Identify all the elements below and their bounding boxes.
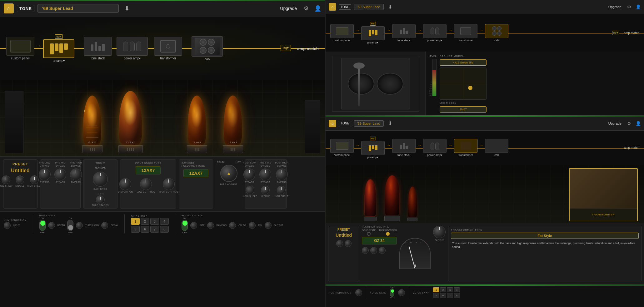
rb-noise-knob[interactable]	[398, 289, 405, 296]
post-low-shelf-knob[interactable]	[246, 186, 254, 194]
rb-settings-icon[interactable]: ⚙	[627, 121, 631, 126]
rb-save-icon[interactable]: ⬇	[388, 120, 392, 126]
post-high-shelf-knob[interactable]	[277, 186, 286, 194]
decay-knob[interactable]	[101, 222, 108, 229]
rt-eq-right[interactable]: eq▾	[612, 31, 619, 35]
rb-output-knob[interactable]	[433, 226, 446, 238]
post-high-knob[interactable]	[276, 169, 288, 180]
sc-item-power-amp[interactable]: power amp▾	[117, 37, 148, 60]
rb-input-knob[interactable]	[336, 240, 343, 247]
position-dot[interactable]	[468, 86, 472, 90]
rb-hum-knob[interactable]	[355, 289, 362, 296]
high-cut-freq-knob[interactable]	[163, 178, 175, 190]
save-icon[interactable]: ⬇	[124, 5, 130, 12]
sc-item-custom-panel[interactable]: custom panel	[6, 37, 34, 60]
rt-preset-name[interactable]: '69 Super Lead	[354, 4, 384, 10]
noise-gate-toggle-2[interactable]	[67, 220, 73, 231]
input-tube-value[interactable]: 12AX7	[136, 166, 161, 174]
mix-knob[interactable]	[249, 222, 256, 229]
rt-sc-transformer[interactable]: transformer	[454, 24, 477, 42]
pre-mid-knob[interactable]	[54, 169, 66, 180]
snap-6[interactable]: 6	[141, 226, 149, 233]
rt-sc-cab[interactable]: cab	[485, 24, 508, 42]
solid-state-option[interactable]: SOLID STATE	[362, 229, 376, 236]
rb-preset-name[interactable]: '69 Super Lead	[354, 120, 384, 127]
pre-low-knob[interactable]	[39, 169, 51, 180]
depth-knob[interactable]	[48, 222, 55, 229]
rb-ratio-knob[interactable]	[345, 240, 352, 247]
rb-home-icon[interactable]: ⌂	[329, 120, 336, 127]
rb-sc-cab[interactable]: cab	[485, 139, 508, 157]
distortion-knob[interactable]	[119, 178, 131, 190]
tube-stages-knob[interactable]	[96, 195, 105, 204]
snap-4[interactable]: 4	[160, 218, 169, 225]
rb-snap-4[interactable]: 4	[454, 287, 460, 292]
snap-2[interactable]: 2	[141, 218, 149, 225]
rb-noise-toggle[interactable]	[390, 289, 394, 297]
rt-amp-match[interactable]: amp match	[624, 31, 639, 35]
snap-7[interactable]: 7	[150, 226, 159, 233]
rb-sc-transformer[interactable]: transformer	[454, 139, 477, 157]
rt-sc-power-amp[interactable]: power amp▾	[423, 24, 447, 42]
sc-item-cab[interactable]: cab	[192, 36, 223, 61]
damping-knob[interactable]	[207, 222, 214, 229]
rt-settings-icon[interactable]: ⚙	[627, 4, 631, 9]
snap-3[interactable]: 3	[150, 218, 159, 225]
high-shelf-knob[interactable]	[30, 175, 39, 184]
cathode-tube-value[interactable]: 12AX7	[183, 169, 208, 177]
rb-upgrade[interactable]: Upgrade	[608, 122, 622, 125]
rb-user-icon[interactable]: 👤	[636, 121, 641, 126]
rb-snap-2[interactable]: 2	[440, 287, 446, 292]
color-knob[interactable]	[229, 222, 236, 229]
size-knob[interactable]	[190, 222, 197, 229]
rt-user-icon[interactable]: 👤	[636, 4, 641, 9]
sc-item-preamp[interactable]: eq▾ preamp▾	[43, 34, 74, 63]
sc-amp-match[interactable]: amp match	[297, 46, 319, 51]
input-knob[interactable]	[4, 222, 11, 229]
low-shelf-knob[interactable]	[2, 175, 10, 184]
threshold-knob[interactable]	[76, 222, 83, 229]
rb-sc-preamp[interactable]: eq▾ preamp▾	[361, 137, 385, 159]
bias-adjust-knob[interactable]	[220, 165, 237, 182]
settings-icon[interactable]: ⚙	[304, 5, 309, 12]
room-toggle[interactable]	[182, 220, 188, 231]
post-mid-knob[interactable]	[259, 169, 271, 180]
cabinet-model-value[interactable]: 4x12 Green 25s	[440, 59, 487, 66]
snap-8[interactable]: 8	[160, 226, 169, 233]
rt-upgrade[interactable]: Upgrade	[608, 5, 622, 9]
mic-position-display[interactable]	[440, 68, 487, 100]
sc-eq-right[interactable]: eq▾	[281, 45, 291, 52]
sc-item-transformer[interactable]: ⬡ transformer	[154, 37, 182, 60]
preset-name-display[interactable]: '69 Super Lead	[37, 4, 119, 13]
rb-amp-match[interactable]: amp match	[624, 146, 639, 149]
rb-sc-custom-panel[interactable]: custom panel	[330, 139, 354, 157]
noise-gate-toggle[interactable]	[39, 220, 46, 231]
rb-snap-1[interactable]: 1	[433, 287, 439, 292]
snap-5[interactable]: 5	[131, 226, 140, 233]
rb-release-knob[interactable]	[370, 247, 377, 254]
rb-compression-knob[interactable]	[379, 247, 386, 254]
rb-attack-knob[interactable]	[362, 247, 369, 254]
tube-rectifier-option[interactable]: TUBE RECTIFIER	[379, 229, 397, 236]
rb-sc-tone-stack[interactable]: tone stack	[392, 139, 416, 157]
user-icon[interactable]: 👤	[314, 5, 321, 12]
rectifier-tube-value[interactable]: GZ 34	[362, 237, 397, 244]
upgrade-button[interactable]: Upgrade	[280, 6, 297, 11]
post-middle-knob[interactable]	[261, 186, 270, 194]
sc-item-tone-stack[interactable]: tone stack	[84, 37, 112, 60]
transformer-type-value[interactable]: Fat Style	[451, 233, 639, 239]
rb-snap-5[interactable]: 5	[433, 293, 439, 298]
pre-high-knob[interactable]	[70, 169, 82, 180]
rt-sc-tone-stack[interactable]: tone stack	[392, 24, 416, 42]
rt-home-icon[interactable]: ⌂	[329, 3, 336, 11]
post-low-knob[interactable]	[243, 169, 255, 180]
rb-snap-6[interactable]: 6	[440, 293, 446, 298]
rt-save-icon[interactable]: ⬇	[388, 4, 392, 10]
home-icon[interactable]: ⌂	[4, 3, 14, 13]
gain-knob[interactable]	[93, 172, 108, 187]
output-knob[interactable]	[265, 222, 272, 229]
rt-sc-preamp[interactable]: eq▾ preamp▾	[361, 22, 385, 44]
rt-sc-custom-panel[interactable]: custom panel	[330, 24, 354, 42]
rb-sc-power-amp[interactable]: power amp▾	[423, 139, 447, 157]
low-cut-freq-knob[interactable]	[140, 178, 152, 190]
